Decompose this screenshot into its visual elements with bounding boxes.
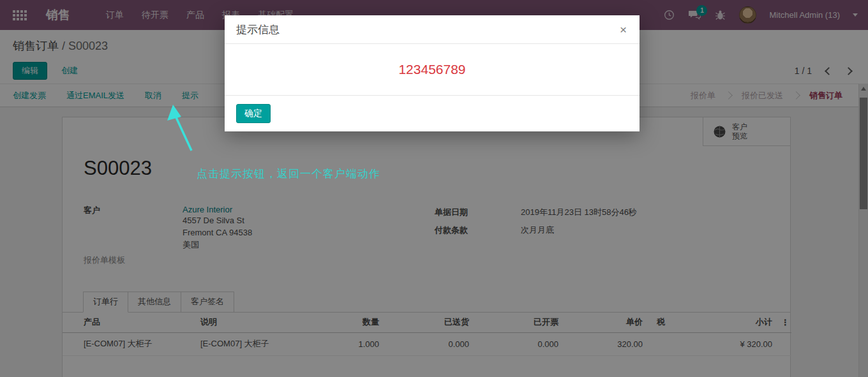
annotation-text: 点击提示按钮，返回一个客户端动作 [197,166,380,181]
dialog-footer: 确定 [225,95,640,131]
dialog-body: 123456789 [225,44,640,95]
ok-button[interactable]: 确定 [236,104,271,123]
annotation-arrow-icon [160,101,200,154]
dialog-title: 提示信息 [236,22,280,37]
dialog-header: 提示信息 × [225,15,640,44]
dialog-message: 123456789 [398,62,465,77]
prompt-dialog: 提示信息 × 123456789 确定 [225,15,640,131]
close-icon[interactable]: × [618,24,628,36]
